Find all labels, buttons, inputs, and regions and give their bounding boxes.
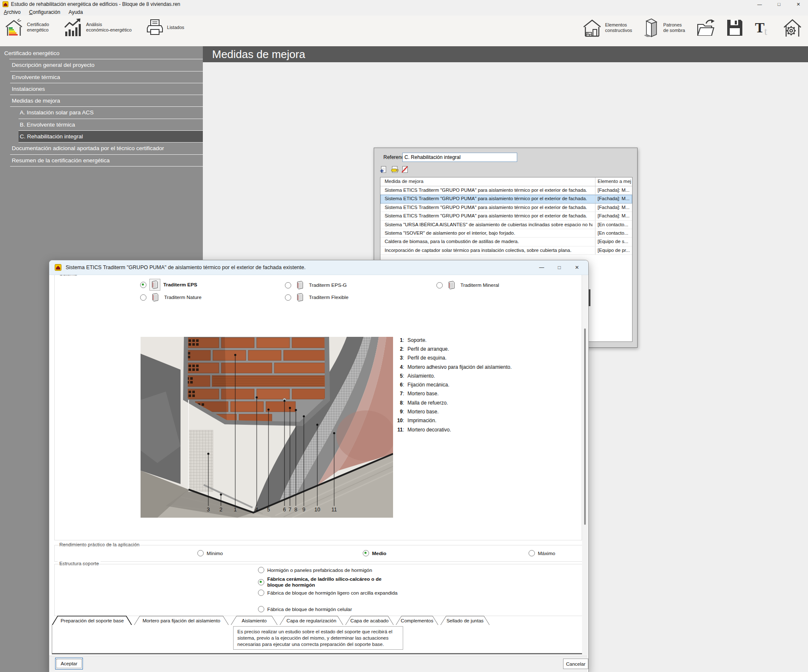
import-export-button[interactable]: [696, 19, 715, 37]
radio-dot: [140, 294, 146, 301]
add-measure-icon[interactable]: [380, 166, 387, 173]
tab-preparacion-soporte[interactable]: Preparación del soporte base: [61, 618, 124, 623]
save-button[interactable]: [726, 19, 743, 37]
etics-system-illustration: 3 2 1 4 5 6 7 8 9 10 11: [141, 337, 393, 518]
dialog-scrollbar-thumb[interactable]: [584, 328, 586, 525]
minimize-button[interactable]: —: [750, 0, 769, 8]
bottom-tabs: Preparación del soporte base Mortero par…: [52, 616, 585, 625]
callout-label: 4: [255, 507, 258, 513]
dialog-minimize-button[interactable]: —: [533, 262, 550, 273]
radio-hormigon-prefabricado[interactable]: Hormigón o paneles prefabricados de horm…: [258, 567, 398, 573]
energy-certificate-icon: [4, 18, 24, 37]
text-styles-button[interactable]: T t: [754, 19, 772, 37]
settings-gear-house-icon: [783, 18, 802, 37]
sidebar-item-rehabilitacion-integral[interactable]: C. Rehabilitación integral: [0, 131, 203, 143]
sidebar-item-certificado-energetico[interactable]: Certificado energético: [0, 48, 203, 59]
analisis-label: Análisiseconómico-energético: [86, 22, 132, 33]
sidebar-item-instalacion-solar-acs[interactable]: A. Instalación solar para ACS: [0, 107, 203, 119]
close-button[interactable]: ✕: [789, 0, 808, 8]
radio-minimo[interactable]: Mínimo: [197, 550, 223, 556]
analisis-economico-button[interactable]: Análisiseconómico-energético: [64, 18, 132, 37]
radio-traditerm-mineral[interactable]: Traditerm Mineral: [436, 279, 499, 291]
referencia-input[interactable]: [402, 153, 517, 162]
radio-traditerm-nature[interactable]: Traditerm Nature: [140, 291, 202, 304]
tab-mortero-fijacion[interactable]: Mortero para fijación del aislamiento: [143, 618, 221, 623]
radio-hormigon-ligero-arcilla[interactable]: Fábrica de bloque de hormigón ligero con…: [258, 590, 398, 596]
radio-traditerm-eps[interactable]: Traditerm EPS: [140, 279, 197, 291]
table-row[interactable]: Sistema ETICS Traditerm "GRUPO PUMA" par…: [380, 204, 632, 212]
settings-button[interactable]: [783, 18, 802, 37]
radio-hormigon-celular[interactable]: Fábrica de bloque de hormigón celular: [258, 606, 398, 612]
dialog-icon: [55, 264, 61, 271]
menu-configuracion[interactable]: Configuración: [25, 9, 64, 15]
radio-traditerm-flexible[interactable]: Traditerm Flexible: [285, 291, 348, 304]
radio-dot: [363, 550, 369, 556]
sidebar-item-documentacion-adicional[interactable]: Documentación adicional aportada por el …: [0, 143, 203, 154]
table-row[interactable]: Caldera de biomasa, para la combustión d…: [380, 238, 632, 246]
window-title: Estudio de rehabilitación energética de …: [11, 1, 180, 7]
window-titlebar: Estudio de rehabilitación energética de …: [0, 0, 808, 8]
measures-table-header: Medida de mejora Elemento a mej: [380, 177, 632, 186]
menu-ayuda[interactable]: Ayuda: [65, 9, 87, 15]
sidebar-item-descripcion-general[interactable]: Descripción general del proyecto: [0, 59, 203, 71]
rendimiento-groupbox: [54, 545, 583, 562]
callout-label: 7: [289, 507, 292, 513]
certificado-energetico-button[interactable]: Certificadoenergético: [4, 18, 49, 37]
column-medida[interactable]: Medida de mejora: [385, 179, 423, 184]
tab-note-text: Es preciso realizar un estudio sobre el …: [233, 626, 403, 650]
option-label: Fábrica de bloque de hormigón celular: [267, 606, 398, 612]
delete-measure-icon[interactable]: [401, 166, 409, 173]
text-styles-icon: T t: [754, 19, 772, 37]
column-divider: [595, 177, 595, 186]
tab-sellado-juntas[interactable]: Sellado de juntas: [447, 618, 484, 623]
option-label: Hormigón o paneles prefabricados de horm…: [267, 567, 398, 573]
etics-dialog-titlebar[interactable]: Sistema ETICS Traditerm "GRUPO PUMA" de …: [49, 260, 588, 275]
option-label: Mínimo: [207, 550, 223, 556]
dialog-close-button[interactable]: ✕: [568, 262, 586, 273]
table-row[interactable]: Sistema "URSA IBÉRICA AISLANTES" de aisl…: [380, 221, 632, 229]
radio-maximo[interactable]: Máximo: [529, 550, 555, 556]
layers-legend: 1:Soporte. 2:Perfil de arranque. 3:Perfi…: [382, 336, 521, 434]
table-row[interactable]: Sistema ETICS Traditerm "GRUPO PUMA" par…: [380, 186, 632, 195]
accept-button[interactable]: Aceptar: [55, 658, 83, 669]
radio-traditerm-eps-g[interactable]: Traditerm EPS-G: [285, 279, 347, 291]
save-floppy-icon: [726, 19, 743, 37]
content-header: Medidas de mejora: [203, 46, 808, 62]
column-elemento[interactable]: Elemento a mej: [598, 179, 631, 184]
patrones-label: Patronesde sombra: [663, 22, 685, 33]
tab-aislamiento[interactable]: Aislamiento: [242, 618, 266, 623]
cancel-button[interactable]: Cancelar: [563, 659, 588, 669]
tab-capa-regularizacion[interactable]: Capa de regularización: [287, 618, 336, 623]
radio-medio[interactable]: Medio: [363, 550, 386, 556]
table-row[interactable]: Sistema "ISOVER" de aislamiento por el i…: [380, 229, 632, 238]
callout-label: 10: [314, 507, 320, 513]
listados-button[interactable]: Listados: [146, 19, 184, 36]
option-label: Traditerm Flexible: [309, 294, 348, 300]
edit-measure-icon[interactable]: [391, 166, 399, 173]
maximize-button[interactable]: □: [769, 0, 789, 8]
radio-dot: [529, 550, 535, 556]
sidebar-item-instalaciones[interactable]: Instalaciones: [0, 83, 203, 95]
radio-dot: [436, 282, 443, 288]
table-row[interactable]: Sistema ETICS Traditerm "GRUPO PUMA" par…: [380, 212, 632, 220]
callout-label: 5: [267, 507, 270, 513]
tab-complementos[interactable]: Complementos: [401, 618, 433, 623]
table-row[interactable]: Incorporación de captador solar térmico …: [380, 246, 632, 255]
sidebar-item-resumen-certificacion[interactable]: Resumen de la certificación energética: [0, 155, 203, 167]
shadow-patterns-icon: [643, 18, 660, 37]
elementos-constructivos-button[interactable]: Elementosconstructivos: [582, 19, 632, 37]
svg-text:t: t: [764, 25, 768, 37]
menu-archivo[interactable]: Archivo: [0, 9, 24, 15]
radio-fabrica-ceramica[interactable]: Fábrica cerámica, de ladrillo sílico-cal…: [258, 576, 398, 588]
patrones-sombra-button[interactable]: Patronesde sombra: [643, 18, 685, 37]
radio-dot: [285, 294, 291, 301]
dialog-maximize-button[interactable]: □: [550, 262, 568, 273]
sidebar-item-medidas-de-mejora[interactable]: Medidas de mejora: [0, 95, 203, 107]
sidebar-item-envolvente-termica-b[interactable]: B. Envolvente térmica: [0, 119, 203, 131]
sidebar-tree: Certificado energético Descripción gener…: [0, 48, 203, 167]
traditerm-brochure-icon: [294, 279, 306, 291]
sidebar-item-envolvente-termica[interactable]: Envolvente térmica: [0, 71, 203, 83]
tab-capa-acabado[interactable]: Capa de acabado: [351, 618, 389, 623]
traditerm-brochure-icon: [149, 279, 160, 291]
table-row-selected[interactable]: Sistema ETICS Traditerm "GRUPO PUMA" par…: [380, 195, 632, 203]
